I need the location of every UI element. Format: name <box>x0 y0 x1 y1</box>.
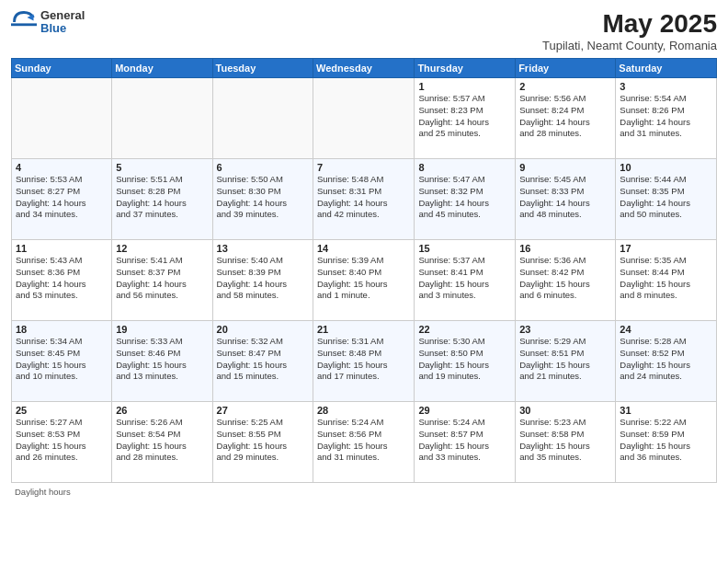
day-info: Sunrise: 5:39 AM Sunset: 8:40 PM Dayligh… <box>317 255 410 302</box>
day-info: Sunrise: 5:37 AM Sunset: 8:41 PM Dayligh… <box>418 255 511 302</box>
calendar-cell: 3Sunrise: 5:54 AM Sunset: 8:26 PM Daylig… <box>616 78 717 159</box>
calendar-cell: 22Sunrise: 5:30 AM Sunset: 8:50 PM Dayli… <box>415 321 516 402</box>
day-number: 30 <box>519 405 611 416</box>
calendar-cell: 17Sunrise: 5:35 AM Sunset: 8:44 PM Dayli… <box>616 240 717 321</box>
calendar-cell: 16Sunrise: 5:36 AM Sunset: 8:42 PM Dayli… <box>516 240 616 321</box>
calendar-week-2: 4Sunrise: 5:53 AM Sunset: 8:27 PM Daylig… <box>12 159 717 240</box>
calendar-cell: 11Sunrise: 5:43 AM Sunset: 8:36 PM Dayli… <box>12 240 112 321</box>
calendar: SundayMondayTuesdayWednesdayThursdayFrid… <box>11 58 717 483</box>
calendar-cell: 20Sunrise: 5:32 AM Sunset: 8:47 PM Dayli… <box>212 321 313 402</box>
day-number: 8 <box>418 162 511 173</box>
day-number: 28 <box>317 405 410 416</box>
calendar-cell: 25Sunrise: 5:27 AM Sunset: 8:53 PM Dayli… <box>12 402 112 483</box>
col-header-tuesday: Tuesday <box>212 59 313 78</box>
calendar-week-5: 25Sunrise: 5:27 AM Sunset: 8:53 PM Dayli… <box>12 402 717 483</box>
daylight-label: Daylight hours <box>15 487 71 497</box>
col-header-monday: Monday <box>112 59 212 78</box>
day-number: 12 <box>116 243 208 254</box>
day-info: Sunrise: 5:24 AM Sunset: 8:56 PM Dayligh… <box>317 417 410 464</box>
calendar-cell: 12Sunrise: 5:41 AM Sunset: 8:37 PM Dayli… <box>112 240 212 321</box>
day-info: Sunrise: 5:24 AM Sunset: 8:57 PM Dayligh… <box>418 417 511 464</box>
calendar-cell: 28Sunrise: 5:24 AM Sunset: 8:56 PM Dayli… <box>313 402 414 483</box>
day-number: 1 <box>418 81 511 92</box>
day-number: 3 <box>620 81 712 92</box>
calendar-cell: 13Sunrise: 5:40 AM Sunset: 8:39 PM Dayli… <box>212 240 313 321</box>
day-info: Sunrise: 5:43 AM Sunset: 8:36 PM Dayligh… <box>16 255 108 302</box>
calendar-week-1: 1Sunrise: 5:57 AM Sunset: 8:23 PM Daylig… <box>12 78 717 159</box>
day-info: Sunrise: 5:31 AM Sunset: 8:48 PM Dayligh… <box>317 336 410 383</box>
day-number: 6 <box>217 162 309 173</box>
calendar-cell <box>112 78 212 159</box>
logo-general-text: General <box>40 9 85 22</box>
day-info: Sunrise: 5:51 AM Sunset: 8:28 PM Dayligh… <box>116 174 208 221</box>
day-number: 14 <box>317 243 410 254</box>
calendar-cell: 4Sunrise: 5:53 AM Sunset: 8:27 PM Daylig… <box>12 159 112 240</box>
day-number: 2 <box>519 81 611 92</box>
day-info: Sunrise: 5:34 AM Sunset: 8:45 PM Dayligh… <box>16 336 108 383</box>
calendar-cell: 31Sunrise: 5:22 AM Sunset: 8:59 PM Dayli… <box>616 402 717 483</box>
day-info: Sunrise: 5:41 AM Sunset: 8:37 PM Dayligh… <box>116 255 208 302</box>
day-info: Sunrise: 5:44 AM Sunset: 8:35 PM Dayligh… <box>620 174 712 221</box>
day-number: 19 <box>116 324 208 335</box>
day-info: Sunrise: 5:48 AM Sunset: 8:31 PM Dayligh… <box>317 174 410 221</box>
calendar-cell: 8Sunrise: 5:47 AM Sunset: 8:32 PM Daylig… <box>415 159 516 240</box>
calendar-cell: 23Sunrise: 5:29 AM Sunset: 8:51 PM Dayli… <box>516 321 616 402</box>
day-number: 27 <box>217 405 309 416</box>
day-info: Sunrise: 5:29 AM Sunset: 8:51 PM Dayligh… <box>519 336 611 383</box>
calendar-cell: 19Sunrise: 5:33 AM Sunset: 8:46 PM Dayli… <box>112 321 212 402</box>
col-header-thursday: Thursday <box>415 59 516 78</box>
logo-text: General Blue <box>40 9 85 36</box>
calendar-cell: 5Sunrise: 5:51 AM Sunset: 8:28 PM Daylig… <box>112 159 212 240</box>
col-header-wednesday: Wednesday <box>313 59 414 78</box>
day-number: 26 <box>116 405 208 416</box>
calendar-cell <box>12 78 112 159</box>
footer: Daylight hours <box>11 487 717 497</box>
col-header-sunday: Sunday <box>12 59 112 78</box>
calendar-cell: 2Sunrise: 5:56 AM Sunset: 8:24 PM Daylig… <box>516 78 616 159</box>
day-number: 20 <box>217 324 309 335</box>
col-header-saturday: Saturday <box>616 59 717 78</box>
calendar-cell: 14Sunrise: 5:39 AM Sunset: 8:40 PM Dayli… <box>313 240 414 321</box>
col-header-friday: Friday <box>516 59 616 78</box>
day-info: Sunrise: 5:28 AM Sunset: 8:52 PM Dayligh… <box>620 336 712 383</box>
day-info: Sunrise: 5:32 AM Sunset: 8:47 PM Dayligh… <box>217 336 309 383</box>
calendar-cell: 6Sunrise: 5:50 AM Sunset: 8:30 PM Daylig… <box>212 159 313 240</box>
calendar-week-3: 11Sunrise: 5:43 AM Sunset: 8:36 PM Dayli… <box>12 240 717 321</box>
calendar-cell: 10Sunrise: 5:44 AM Sunset: 8:35 PM Dayli… <box>616 159 717 240</box>
calendar-cell: 15Sunrise: 5:37 AM Sunset: 8:41 PM Dayli… <box>415 240 516 321</box>
logo-icon <box>11 9 37 35</box>
calendar-cell: 21Sunrise: 5:31 AM Sunset: 8:48 PM Dayli… <box>313 321 414 402</box>
day-info: Sunrise: 5:40 AM Sunset: 8:39 PM Dayligh… <box>217 255 309 302</box>
month-title: May 2025 <box>542 9 717 39</box>
day-info: Sunrise: 5:30 AM Sunset: 8:50 PM Dayligh… <box>418 336 511 383</box>
calendar-cell: 30Sunrise: 5:23 AM Sunset: 8:58 PM Dayli… <box>516 402 616 483</box>
day-info: Sunrise: 5:50 AM Sunset: 8:30 PM Dayligh… <box>217 174 309 221</box>
day-number: 24 <box>620 324 712 335</box>
day-number: 9 <box>519 162 611 173</box>
day-info: Sunrise: 5:25 AM Sunset: 8:55 PM Dayligh… <box>217 417 309 464</box>
day-info: Sunrise: 5:23 AM Sunset: 8:58 PM Dayligh… <box>519 417 611 464</box>
day-number: 4 <box>16 162 108 173</box>
day-info: Sunrise: 5:33 AM Sunset: 8:46 PM Dayligh… <box>116 336 208 383</box>
day-info: Sunrise: 5:47 AM Sunset: 8:32 PM Dayligh… <box>418 174 511 221</box>
day-number: 11 <box>16 243 108 254</box>
header: General Blue May 2025 Tupilati, Neamt Co… <box>11 9 717 52</box>
day-number: 22 <box>418 324 511 335</box>
day-number: 21 <box>317 324 410 335</box>
calendar-cell: 27Sunrise: 5:25 AM Sunset: 8:55 PM Dayli… <box>212 402 313 483</box>
day-info: Sunrise: 5:45 AM Sunset: 8:33 PM Dayligh… <box>519 174 611 221</box>
day-number: 23 <box>519 324 611 335</box>
day-info: Sunrise: 5:53 AM Sunset: 8:27 PM Dayligh… <box>16 174 108 221</box>
calendar-week-4: 18Sunrise: 5:34 AM Sunset: 8:45 PM Dayli… <box>12 321 717 402</box>
logo: General Blue <box>11 9 85 36</box>
calendar-cell: 18Sunrise: 5:34 AM Sunset: 8:45 PM Dayli… <box>12 321 112 402</box>
day-number: 10 <box>620 162 712 173</box>
calendar-cell: 24Sunrise: 5:28 AM Sunset: 8:52 PM Dayli… <box>616 321 717 402</box>
day-number: 16 <box>519 243 611 254</box>
day-info: Sunrise: 5:26 AM Sunset: 8:54 PM Dayligh… <box>116 417 208 464</box>
day-number: 13 <box>217 243 309 254</box>
day-info: Sunrise: 5:22 AM Sunset: 8:59 PM Dayligh… <box>620 417 712 464</box>
calendar-cell: 9Sunrise: 5:45 AM Sunset: 8:33 PM Daylig… <box>516 159 616 240</box>
logo-blue-text: Blue <box>40 22 85 35</box>
calendar-cell: 7Sunrise: 5:48 AM Sunset: 8:31 PM Daylig… <box>313 159 414 240</box>
